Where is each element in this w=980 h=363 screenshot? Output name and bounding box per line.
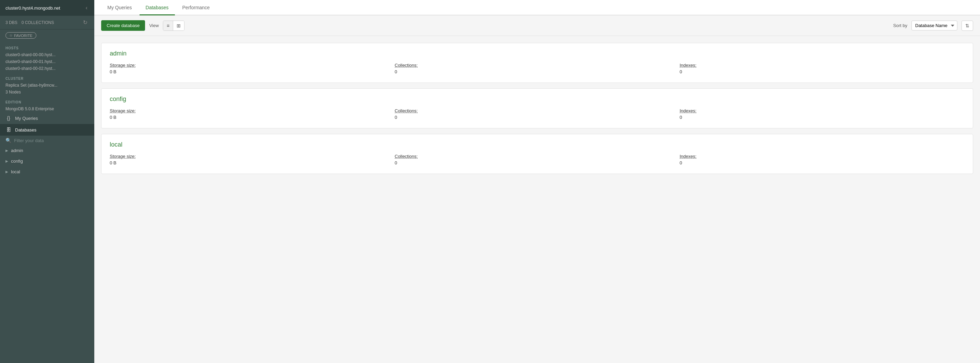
sidebar-db-label-admin: admin [11,148,23,153]
db-name-local[interactable]: local [110,141,964,148]
db-stats-admin: Storage size: 0 B Collections: 0 Indexes… [110,63,964,75]
sidebar-db-label-config: config [11,159,23,164]
storage-label-config: Storage size: [110,108,395,113]
collections-value-admin: 0 [395,69,679,75]
db-card-local: local Storage size: 0 B Collections: 0 I… [101,134,973,174]
db-stat-collections-admin: Collections: 0 [395,63,679,75]
refresh-button[interactable]: ↻ [82,19,89,26]
create-database-button[interactable]: Create database [101,20,145,31]
edition-value: MongoDB 5.0.8 Enterprise [0,105,94,113]
host-3: cluster0-shard-00-02.hyst... [0,65,94,72]
favorite-label: FAVORITE [14,33,33,38]
indexes-label-admin: Indexes: [679,63,964,68]
db-stat-storage-local: Storage size: 0 B [110,154,395,165]
db-card-admin: admin Storage size: 0 B Collections: 0 I… [101,43,973,83]
sidebar-header: cluster0.hyst4.mongodb.net ‹ [0,0,94,16]
db-stats-config: Storage size: 0 B Collections: 0 Indexes… [110,108,964,120]
sidebar-db-label-local: local [11,169,20,174]
db-stat-indexes-config: Indexes: 0 [679,108,964,120]
sidebar-db-config[interactable]: ▶ config [0,156,94,166]
db-name-admin[interactable]: admin [110,50,964,57]
grid-view-button[interactable]: ⊞ [173,21,184,30]
host-2: cluster0-shard-00-01.hyst... [0,58,94,65]
storage-value-admin: 0 B [110,69,395,75]
cluster-label: CLUSTER [0,72,94,82]
indexes-value-local: 0 [679,160,964,165]
sidebar-stats: 3 DBS 0 COLLECTIONS ↻ [0,16,94,29]
chevron-icon-local: ▶ [5,170,8,174]
sort-by-label: Sort by [893,23,907,28]
storage-label-admin: Storage size: [110,63,395,68]
grid-icon: ⊞ [177,23,181,29]
list-icon: ≡ [167,23,169,29]
db-name-config[interactable]: config [110,95,964,103]
host-1: cluster0-shard-00-00.hyst... [0,51,94,58]
collections-label-config: Collections: [395,108,679,113]
sidebar-db-local[interactable]: ▶ local [0,166,94,177]
indexes-value-config: 0 [679,115,964,120]
hosts-label: HOSTS [0,41,94,51]
sidebar-item-label-databases: Databases [15,127,37,133]
databases-icon: 🗄 [5,127,12,133]
nodes-value: 3 Nodes [0,89,94,95]
sort-select[interactable]: Database Name Storage Size Collections I… [912,21,958,30]
toolbar: Create database View ≡ ⊞ Sort by Databas… [94,16,980,36]
db-stats-local: Storage size: 0 B Collections: 0 Indexes… [110,154,964,165]
indexes-label-local: Indexes: [679,154,964,159]
sidebar-item-my-queries[interactable]: {} My Queries [0,113,94,124]
create-database-label: Create database [107,23,140,28]
db-stat-storage-config: Storage size: 0 B [110,108,395,120]
collections-label-admin: Collections: [395,63,679,68]
db-stat-indexes-admin: Indexes: 0 [679,63,964,75]
sort-direction-button[interactable]: ⇅ [961,21,973,31]
collapse-button[interactable]: ‹ [84,5,89,11]
filter-input[interactable] [14,138,89,143]
search-icon: 🔍 [5,138,11,143]
sidebar-item-label-my-queries: My Queries [15,116,38,121]
db-stat-collections-local: Collections: 0 [395,154,679,165]
tab-bar: My Queries Databases Performance [94,0,980,16]
indexes-value-admin: 0 [679,69,964,75]
filter-section: 🔍 [0,136,94,145]
sidebar: cluster0.hyst4.mongodb.net ‹ 3 DBS 0 COL… [0,0,94,363]
favorite-button[interactable]: ☆ FAVORITE [5,32,37,39]
collections-label-local: Collections: [395,154,679,159]
connection-name: cluster0.hyst4.mongodb.net [5,5,60,11]
star-icon: ☆ [9,33,13,38]
tab-performance[interactable]: Performance [176,0,216,16]
favorite-section: ☆ FAVORITE [0,29,94,41]
db-stat-indexes-local: Indexes: 0 [679,154,964,165]
databases-content: admin Storage size: 0 B Collections: 0 I… [94,36,980,363]
view-toggle: ≡ ⊞ [163,21,185,31]
main-area: My Queries Databases Performance Create … [94,0,980,363]
dbs-count: 3 DBS [5,20,18,25]
edition-label: EDITION [0,95,94,105]
view-label: View [149,23,159,28]
my-queries-icon: {} [5,116,12,121]
list-view-button[interactable]: ≡ [163,21,173,30]
storage-value-config: 0 B [110,115,395,120]
sidebar-item-databases[interactable]: 🗄 Databases [0,124,94,136]
db-stat-storage-admin: Storage size: 0 B [110,63,395,75]
collections-value-config: 0 [395,115,679,120]
sort-direction-icon: ⇅ [965,23,969,29]
cluster-value: Replica Set (atlas-hy8mcw... [0,82,94,89]
storage-value-local: 0 B [110,160,395,165]
chevron-icon-config: ▶ [5,159,8,163]
db-card-config: config Storage size: 0 B Collections: 0 … [101,88,973,128]
db-stat-collections-config: Collections: 0 [395,108,679,120]
collections-value-local: 0 [395,160,679,165]
storage-label-local: Storage size: [110,154,395,159]
tab-databases[interactable]: Databases [140,0,175,16]
chevron-icon-admin: ▶ [5,149,8,152]
indexes-label-config: Indexes: [679,108,964,113]
collections-count: 0 COLLECTIONS [22,20,54,25]
tab-my-queries[interactable]: My Queries [101,0,138,16]
sidebar-db-admin[interactable]: ▶ admin [0,145,94,156]
